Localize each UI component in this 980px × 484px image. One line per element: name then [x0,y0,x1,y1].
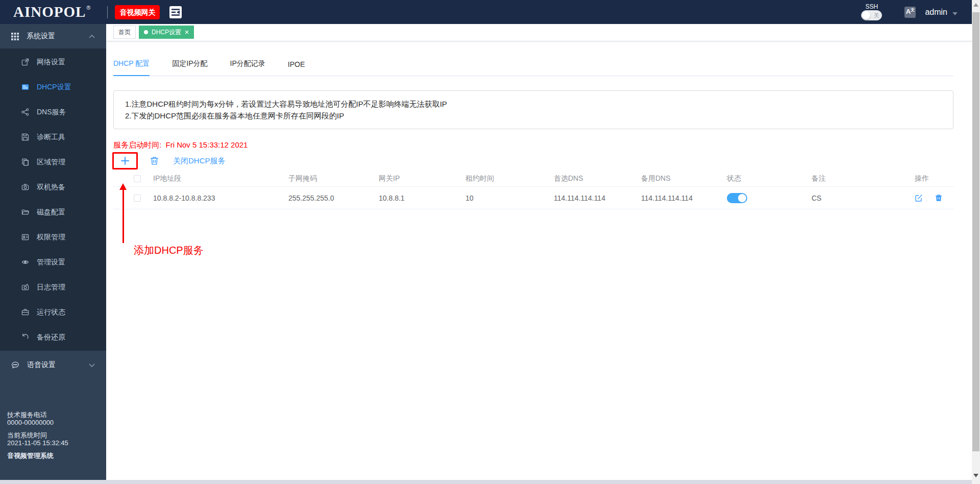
edit-row-button[interactable] [915,194,923,202]
sidebar-item-dhcp-settings[interactable]: DHCP设置 [0,75,106,100]
sidebar-item-label: DHCP设置 [37,83,71,92]
sidebar-submenu: 网络设置 DHCP设置 DNS服务 诊断工具 区域管理 双机热备 磁盘配置 权 [0,49,106,351]
language-switch-icon[interactable]: A 文 [904,7,916,18]
vertical-scrollbar-thumb[interactable] [972,12,979,451]
tab-ipoe[interactable]: IPOE [288,60,305,76]
dhcp-panel-icon [21,83,29,91]
select-all-checkbox[interactable] [134,175,141,182]
sidebar-item-running-status[interactable]: 运行状态 [0,300,106,325]
camera-icon [21,283,29,291]
tab-ip-records[interactable]: IP分配记录 [230,59,265,76]
id-badge-icon [21,233,29,241]
sidebar-item-label: 双机热备 [37,183,65,192]
sidebar-item-label: 日志管理 [37,283,65,292]
current-user[interactable]: admin [925,8,947,17]
sidebar-item-network-settings[interactable]: 网络设置 [0,50,106,75]
sidebar-item-label: 运行状态 [37,308,65,317]
sidebar-item-label: 管理设置 [37,258,65,267]
sidebar-item-dns-service[interactable]: DNS服务 [0,100,106,125]
cell-subnet-mask: 255.255.255.0 [288,194,379,202]
language-letter: A [906,7,911,17]
ssh-toggle-group: SSH 关 [861,4,882,20]
col-header: 备注 [812,174,915,183]
support-phone-label: 技术服务电话 [7,411,68,419]
scrollbar-corner [972,480,980,484]
sidebar-item-label: 权限管理 [37,233,65,242]
system-time-value: 2021-11-05 15:32:45 [7,439,68,447]
support-phone-number: 0000-00000000 [7,419,68,426]
registered-mark: ® [86,5,91,11]
trash-icon [935,194,942,202]
system-name: 音视频管理系统 [7,452,68,459]
col-header: 首选DNS [554,174,641,183]
sidebar-item-permission-management[interactable]: 权限管理 [0,225,106,250]
floppy-disk-icon [21,133,29,141]
tags-view-bar: 首页 DHCP设置 [106,24,972,41]
notice-line-1: 1.注意DHCP租约时间为每x分钟，若设置过大容易导致地址池可分配IP不足影响终… [125,98,942,110]
sidebar-item-management-settings[interactable]: 管理设置 [0,250,106,275]
sidebar-item-region-management[interactable]: 区域管理 [0,150,106,175]
service-start-label: 服务启动时间: [113,140,161,149]
active-dot-icon [144,30,148,34]
sidebar-item-backup-restore[interactable]: 备份还原 [0,325,106,350]
gateway-list-icon[interactable] [169,6,182,19]
sidebar-item-label: 备份还原 [37,333,65,342]
undo-arrow-icon [21,333,29,341]
user-dropdown-caret-icon[interactable] [952,12,958,15]
status-toggle-knob [738,194,746,202]
horizontal-scrollbar[interactable] [0,480,972,484]
sidebar-item-diagnostic-tools[interactable]: 诊断工具 [0,125,106,150]
dhcp-tabs: DHCP 配置 固定IP分配 IP分配记录 IPOE [113,54,953,76]
briefcase-icon [21,308,29,316]
tag-home[interactable]: 首页 [113,26,136,39]
sidebar-item-hot-standby[interactable]: 双机热备 [0,175,106,200]
eye-icon [21,258,29,266]
ssh-toggle[interactable]: 关 [861,10,882,20]
notice-box: 1.注意DHCP租约时间为每x分钟，若设置过大容易导致地址池可分配IP不足影响终… [113,90,953,129]
topbar-right: SSH 关 A 文 admin [861,4,958,20]
table-header-row: IP地址段 子网掩码 网关IP 租约时间 首选DNS 备用DNS 状态 备注 操… [113,171,953,187]
language-cjk: 文 [911,8,915,13]
sidebar-section-voice-settings[interactable]: 语音设置 [0,351,106,379]
row-checkbox[interactable] [134,195,141,202]
cell-lease-time: 10 [465,194,554,202]
trash-icon [150,156,159,165]
close-icon[interactable] [185,30,189,34]
annotation-add-dhcp: 添加DHCP服务 [134,244,204,257]
camera-icon [21,183,29,191]
sidebar-section-label: 系统设置 [27,32,55,41]
service-start-time: 服务启动时间: Fri Nov 5 15:33:12 2021 [113,140,953,150]
sidebar-item-log-management[interactable]: 日志管理 [0,275,106,300]
sidebar: 系统设置 网络设置 DHCP设置 DNS服务 诊断工具 区域管理 双机热备 [0,24,106,484]
vertical-scrollbar[interactable] [972,0,980,480]
chat-bubble-icon [11,361,19,369]
close-dhcp-service-link[interactable]: 关闭DHCP服务 [173,156,226,166]
scroll-down-arrow-icon[interactable] [973,474,978,477]
col-header: 操作 [915,174,953,183]
tag-label: 首页 [118,28,131,37]
tab-static-ip[interactable]: 固定IP分配 [172,59,207,76]
av-gateway-button[interactable]: 音视频网关 [115,5,160,19]
sidebar-item-label: 区域管理 [37,158,65,167]
scroll-up-arrow-icon[interactable] [973,3,978,7]
add-dhcp-button[interactable] [112,152,138,170]
sidebar-item-label: 网络设置 [37,58,65,67]
batch-delete-button[interactable] [150,156,159,165]
ssh-toggle-state: 关 [873,12,879,19]
cell-remark: CS [812,194,915,202]
tag-dhcp-settings[interactable]: DHCP设置 [139,26,194,39]
status-toggle[interactable] [727,193,747,203]
delete-row-button[interactable] [935,194,942,202]
sidebar-section-system-settings[interactable]: 系统设置 [0,24,106,49]
tab-dhcp-config[interactable]: DHCP 配置 [113,59,150,76]
sidebar-item-disk-config[interactable]: 磁盘配置 [0,200,106,225]
chevron-up-icon [89,35,95,38]
plus-icon [120,156,130,165]
document-copy-icon [21,158,29,166]
grid-icon [11,33,19,40]
sidebar-item-label: 诊断工具 [37,133,65,142]
share-nodes-icon [21,108,29,116]
cell-backup-dns: 114.114.114.114 [641,194,727,202]
col-header: 状态 [727,174,812,183]
col-header: 网关IP [379,174,465,183]
